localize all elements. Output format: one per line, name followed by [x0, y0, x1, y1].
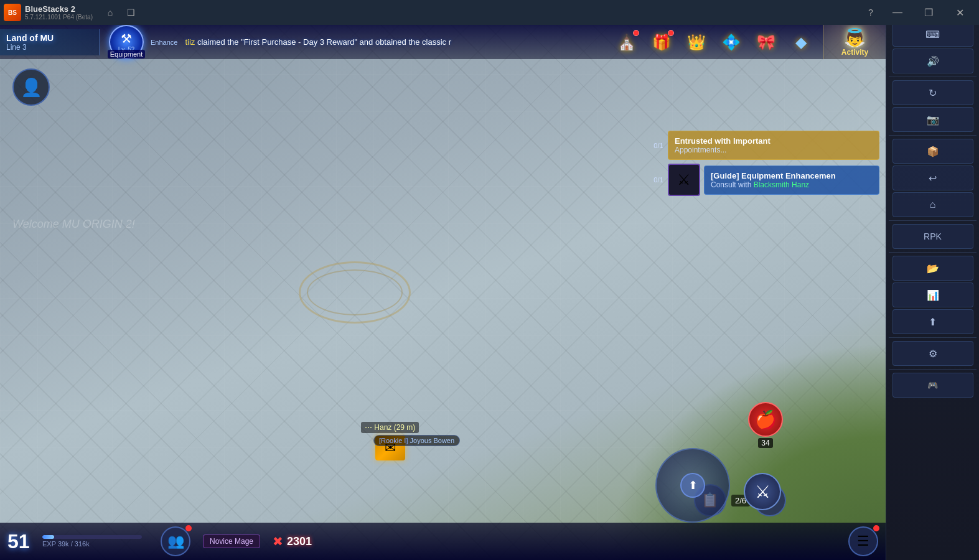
announce-bar: tiiz claimed the "First Purchase - Day 3… [177, 35, 604, 49]
menu-bottom-button[interactable]: ☰ [848, 526, 878, 556]
directional-pad[interactable]: ⬆ [655, 448, 730, 523]
sidebar-rotate-btn[interactable]: ↻ [892, 80, 973, 105]
activity-icon: 👼 [844, 27, 866, 48]
hanz-distance: (29 m) [394, 423, 416, 432]
sidebar-settings-btn[interactable]: ⚙ [892, 341, 973, 366]
avatar-icon: 👤 [21, 77, 42, 98]
sidebar-rpk-btn[interactable]: RPK [892, 224, 973, 249]
crown-icon: 👑 [685, 31, 708, 54]
quest-item-1[interactable]: 0/1 Entrusted with Important Appointment… [649, 131, 879, 160]
location-area: Land of MU Line 3 [0, 29, 100, 55]
guild-notification-dot [633, 30, 639, 36]
exp-text: EXP 39k / 316k [42, 540, 142, 548]
quest-item-2[interactable]: 0/1 ⚔ [Guide] Equipment Enhancemen Consu… [649, 164, 879, 196]
present-icon-btn[interactable]: 🎀 [751, 27, 781, 57]
sidebar-back-btn[interactable]: ↩ [892, 166, 973, 190]
party-notification-dot [185, 525, 192, 531]
gift-icon-btn[interactable]: 🎁 [647, 27, 677, 57]
ground-ornament [299, 261, 411, 324]
sidebar-apk-btn[interactable]: 📦 [892, 139, 973, 164]
quest-2-npc-name: Blacksmith Hanz [754, 180, 809, 189]
menu-notification-dot [873, 525, 879, 531]
home-icon[interactable]: ⌂ [100, 2, 120, 22]
game-viewport[interactable]: Land of MU Line 3 ⚒ Lv. 52 Equipment Enh… [0, 25, 886, 560]
char-class-box: Novice Mage [203, 534, 260, 548]
help-icon[interactable]: ? [861, 2, 881, 22]
announce-message: claimed the "First Purchase - Day 3 Rewa… [197, 37, 451, 47]
quest-1-subtitle: Appointments... [675, 146, 873, 154]
dir-center-button[interactable]: ⬆ [680, 473, 705, 498]
diamond-icon-btn[interactable]: ◆ [786, 27, 816, 57]
food-count: 34 [758, 438, 772, 448]
location-name: Land of MU [6, 33, 54, 43]
app-name: BlueStacks 2 [25, 4, 93, 14]
sidebar-screenshot-btn[interactable]: 📷 [892, 107, 973, 132]
crown-icon-btn[interactable]: 👑 [682, 27, 711, 57]
quest-2-box: [Guide] Equipment Enhancemen Consult wit… [704, 166, 879, 195]
diamond-icon: ◆ [790, 31, 812, 54]
party-icon: 👥 [161, 526, 190, 556]
bottom-hud: 51 EXP 39k / 316k 👥 Novice Mage ✖ 2301 ☰ [0, 523, 886, 560]
kill-count: ✖ 2301 [273, 534, 312, 549]
kill-icon: ✖ [273, 534, 283, 549]
sidebar-home-btn[interactable]: ⌂ [892, 192, 973, 217]
sidebar-macro-btn[interactable]: ⬆ [892, 309, 973, 334]
layers-icon[interactable]: ❑ [121, 2, 141, 22]
guild-icon-btn[interactable]: ⛪ [612, 27, 642, 57]
restore-button[interactable]: ❐ [914, 2, 943, 22]
announce-username: tiiz [185, 37, 195, 47]
close-button[interactable]: ✕ [945, 2, 974, 22]
bluestacks-sidebar: 1:05 ⌨ 🔊 ↻ 📷 📦 ↩ ⌂ RPK 📂 📊 ⬆ ⚙ 🎮 [886, 0, 979, 560]
quest-panel: 0/1 Entrusted with Important Appointment… [649, 131, 879, 200]
quest-2-title: [Guide] Equipment Enhancemen [711, 171, 873, 180]
activity-button[interactable]: 👼 Activity [823, 25, 886, 59]
char-name-tag: [Rookie I] Joyous Bowen [373, 435, 460, 446]
quest-2-icon: ⚔ [677, 171, 691, 189]
quest-1-counter: 0/1 [649, 142, 668, 149]
quest-2-subtitle: Consult with Blacksmith Hanz [711, 180, 873, 189]
party-button[interactable]: 👥 [161, 526, 190, 556]
quest-2-counter: 0/1 [649, 176, 668, 184]
hanz-label: ⋯ Hanz (29 m) [361, 422, 419, 433]
skill-icon: ⚒ [121, 31, 132, 46]
player-level: 51 [7, 530, 39, 553]
app-version: 5.7.121.1001 P64 (Beta) [25, 14, 93, 21]
minimize-button[interactable]: — [883, 2, 912, 22]
crystal-icon-btn[interactable]: 💠 [716, 27, 746, 57]
food-icon: 🍎 [748, 402, 783, 437]
app-icon: BS [4, 4, 21, 21]
crystal-icon: 💠 [720, 31, 742, 54]
sidebar-keyboard-btn[interactable]: ⌨ [892, 22, 973, 47]
sidebar-performance-btn[interactable]: 📊 [892, 282, 973, 307]
welcome-text: Welcome MU ORIGIN 2! [12, 218, 135, 231]
quest-1-box: Entrusted with Important Appointments... [668, 131, 879, 160]
quest-1-title: Entrusted with Important [675, 136, 873, 146]
window-controls: ? — ❐ ✕ [861, 2, 974, 22]
top-icons: ⛪ 🎁 👑 💠 🎀 ◆ [604, 27, 823, 57]
sidebar-volume-btn[interactable]: 🔊 [892, 49, 973, 73]
present-icon: 🎀 [755, 31, 777, 54]
auto-attack-button[interactable]: ⚔ [744, 473, 781, 510]
top-hud: Land of MU Line 3 ⚒ Lv. 52 Equipment Enh… [0, 25, 886, 59]
char-rank: [Rookie I] [379, 437, 408, 444]
kill-number: 2301 [287, 535, 312, 548]
skill-category: Equipment [108, 50, 146, 58]
char-class-info: Novice Mage [203, 534, 260, 548]
exp-fill [42, 535, 54, 539]
activity-label: Activity [841, 48, 868, 57]
quest-2-icon-box: ⚔ [668, 164, 700, 196]
skill-name-label: Enhance [151, 39, 177, 46]
food-button[interactable]: 🍎 34 [748, 402, 783, 448]
titlebar: BS BlueStacks 2 5.7.121.1001 P64 (Beta) … [0, 0, 979, 25]
player-avatar[interactable]: 👤 [12, 68, 50, 106]
menu-bottom-icon: ☰ [848, 526, 878, 556]
location-line: Line 3 [6, 43, 27, 52]
gift-notification-dot [668, 30, 674, 36]
sidebar-gamepad-btn[interactable]: 🎮 [892, 373, 973, 398]
bottom-center-icons: 👥 [161, 526, 190, 556]
exp-bar [42, 535, 142, 539]
player-character: [Rookie I] Joyous Bowen [373, 435, 460, 448]
char-name: Joyous Bowen [410, 437, 455, 444]
sidebar-files-btn[interactable]: 📂 [892, 256, 973, 281]
skill-button[interactable]: ⚒ Lv. 52 Equipment [105, 25, 148, 59]
